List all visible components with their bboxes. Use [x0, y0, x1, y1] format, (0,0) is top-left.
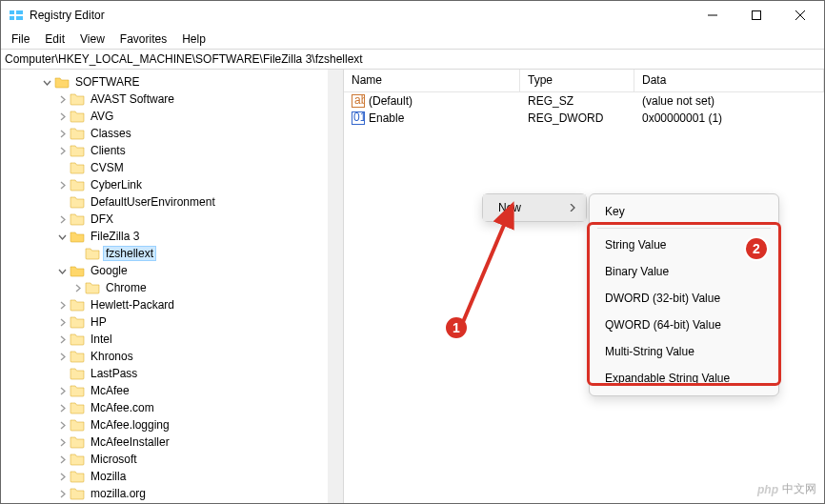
- tree-pane[interactable]: SOFTWAREAVAST SoftwareAVGClassesClientsC…: [1, 70, 344, 503]
- minimize-button[interactable]: [691, 1, 734, 30]
- folder-icon: [70, 178, 85, 192]
- expander-icon[interactable]: [54, 452, 70, 467]
- expander-icon[interactable]: [54, 109, 70, 124]
- expander-icon[interactable]: [54, 126, 70, 141]
- expander-icon[interactable]: [54, 469, 70, 484]
- tree-item[interactable]: DefaultUserEnvironment: [1, 193, 343, 211]
- column-type[interactable]: Type: [520, 70, 634, 91]
- tree-item[interactable]: Microsoft: [1, 451, 343, 468]
- menu-file[interactable]: File: [5, 30, 36, 48]
- folder-icon: [85, 281, 100, 294]
- submenu-item-qword[interactable]: QWORD (64-bit) Value: [590, 312, 778, 338]
- svg-rect-2: [16, 10, 23, 14]
- tree-item[interactable]: Classes: [1, 125, 343, 142]
- expander-icon[interactable]: [54, 349, 70, 364]
- tree-item[interactable]: FileZilla 3: [1, 228, 343, 245]
- expander-icon[interactable]: [54, 143, 70, 158]
- expander-icon[interactable]: [54, 177, 70, 192]
- tree-item[interactable]: McAfee.com: [1, 399, 343, 416]
- expander-icon[interactable]: [54, 263, 70, 278]
- tree-item[interactable]: fzshellext: [1, 245, 343, 262]
- tree-item[interactable]: Mozilla: [1, 468, 343, 485]
- tree-item[interactable]: Clients: [1, 142, 343, 159]
- menu-help[interactable]: Help: [175, 30, 212, 48]
- list-row[interactable]: ab(Default)REG_SZ(value not set): [344, 92, 824, 110]
- expander-icon[interactable]: [70, 280, 85, 295]
- context-item-new-label: New: [498, 201, 521, 214]
- value-type: REG_SZ: [520, 94, 634, 108]
- tree-item[interactable]: mozilla.org: [1, 485, 343, 502]
- tree-item[interactable]: McAfeeInstaller: [1, 433, 343, 451]
- expander-icon[interactable]: [54, 229, 70, 244]
- submenu-item-binary[interactable]: Binary Value: [590, 258, 778, 285]
- expander-icon[interactable]: [54, 314, 70, 330]
- tree-item[interactable]: LastPass: [1, 365, 343, 382]
- value-data: (value not set): [634, 94, 824, 108]
- svg-text:011: 011: [353, 111, 365, 124]
- tree-item-label: Classes: [89, 127, 133, 140]
- tree-item[interactable]: AVAST Software: [1, 91, 343, 108]
- close-button[interactable]: [778, 1, 822, 30]
- list-pane[interactable]: Name Type Data ab(Default)REG_SZ(value n…: [344, 70, 824, 503]
- tree-item-label: HP: [89, 315, 109, 329]
- submenu-item-string[interactable]: String Value: [590, 232, 778, 258]
- titlebar: Registry Editor: [1, 1, 824, 30]
- tree-item-label: Hewlett-Packard: [89, 298, 176, 312]
- folder-icon: [70, 144, 85, 157]
- expander-icon[interactable]: [54, 297, 70, 312]
- address-bar[interactable]: Computer\HKEY_LOCAL_MACHINE\SOFTWARE\Fil…: [1, 49, 824, 70]
- column-name[interactable]: Name: [344, 70, 520, 91]
- tree-item[interactable]: Chrome: [1, 279, 343, 296]
- tree-item[interactable]: McAfee.logging: [1, 416, 343, 433]
- context-item-new[interactable]: New: [483, 194, 586, 221]
- expander-icon[interactable]: [54, 417, 70, 433]
- list-row[interactable]: 011EnableREG_DWORD0x00000001 (1): [344, 110, 824, 127]
- folder-icon: [70, 195, 85, 209]
- column-data[interactable]: Data: [634, 70, 824, 91]
- expander-icon[interactable]: [54, 332, 70, 347]
- value-type: REG_DWORD: [520, 111, 634, 125]
- expander-icon[interactable]: [54, 400, 70, 415]
- folder-icon: [70, 333, 85, 346]
- tree-item[interactable]: CVSM: [1, 159, 343, 176]
- tree-item[interactable]: SOFTWARE: [1, 73, 343, 91]
- folder-icon: [70, 92, 85, 106]
- list-header: Name Type Data: [344, 70, 824, 92]
- tree-item[interactable]: McAfee: [1, 382, 343, 399]
- expander-icon[interactable]: [54, 383, 70, 398]
- tree-item[interactable]: AVG: [1, 108, 343, 125]
- submenu-item-dword[interactable]: DWORD (32-bit) Value: [590, 285, 778, 312]
- expander-icon[interactable]: [54, 91, 70, 107]
- tree-item[interactable]: HP: [1, 313, 343, 331]
- folder-icon: [70, 487, 85, 500]
- submenu-item-expandstring[interactable]: Expandable String Value: [590, 365, 778, 392]
- expander-icon[interactable]: [54, 366, 70, 381]
- value-type-icon: ab: [352, 94, 365, 108]
- menu-edit[interactable]: Edit: [38, 30, 71, 48]
- expander-icon[interactable]: [54, 434, 70, 450]
- expander-icon[interactable]: [54, 160, 70, 175]
- expander-icon[interactable]: [39, 74, 54, 90]
- menu-favorites[interactable]: Favorites: [113, 30, 173, 48]
- tree-item-label: fzshellext: [104, 247, 155, 260]
- tree-item[interactable]: CyberLink: [1, 176, 343, 193]
- submenu-item-multistring[interactable]: Multi-String Value: [590, 338, 778, 365]
- tree-item-label: Microsoft: [89, 453, 139, 466]
- tree-item[interactable]: Intel: [1, 331, 343, 348]
- registry-editor-window: Registry Editor File Edit View Favorites…: [0, 0, 825, 504]
- menu-view[interactable]: View: [73, 30, 111, 48]
- tree-item-label: Intel: [89, 333, 114, 346]
- tree-item-label: McAfeeInstaller: [89, 435, 171, 449]
- tree-item[interactable]: DFX: [1, 211, 343, 228]
- expander-icon[interactable]: [54, 212, 70, 227]
- expander-icon[interactable]: [54, 194, 70, 210]
- expander-icon[interactable]: [70, 246, 85, 261]
- value-data: 0x00000001 (1): [634, 111, 824, 125]
- tree-item[interactable]: Google: [1, 262, 343, 279]
- expander-icon[interactable]: [54, 486, 70, 501]
- tree-item[interactable]: Hewlett-Packard: [1, 296, 343, 313]
- submenu-item-key[interactable]: Key: [590, 198, 778, 225]
- tree-item[interactable]: Khronos: [1, 348, 343, 365]
- maximize-button[interactable]: [734, 1, 778, 30]
- folder-icon: [70, 298, 85, 312]
